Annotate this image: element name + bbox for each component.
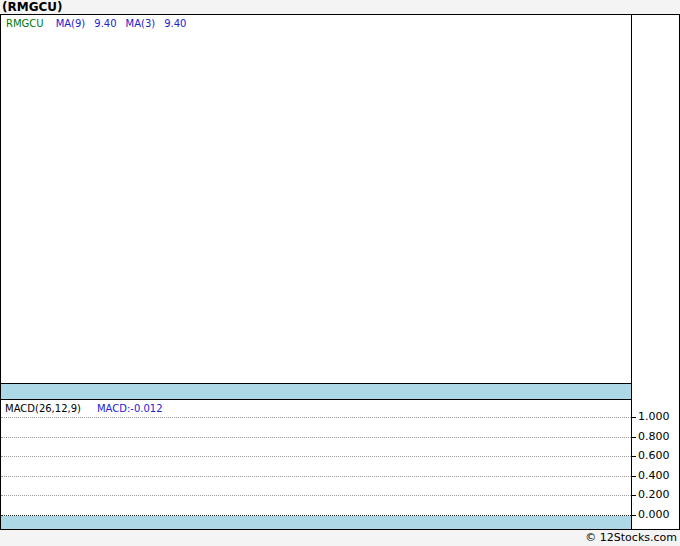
page-title: (RMGCU)	[2, 0, 63, 14]
axis-tick-mark	[632, 456, 636, 457]
macd-legend: MACD(26,12,9)MACD:-0.012	[5, 403, 163, 414]
axis-tick-label: 0.400	[638, 469, 678, 483]
axis-tick-label: 0.600	[638, 449, 678, 463]
axis-tick-mark	[632, 476, 636, 477]
ma9-value: 9.40	[94, 18, 116, 29]
axis-tick-mark	[632, 515, 636, 516]
ma9-label: MA(9)	[56, 18, 86, 29]
gridline-0-200	[1, 495, 631, 496]
axis-tick-label: 0.000	[638, 508, 678, 522]
panel-separator-band	[1, 383, 631, 400]
chart-frame: RMGCUMA(9)9.40MA(3)9.40 MACD(26,12,9)MAC…	[0, 14, 680, 530]
gridline-1-000	[1, 417, 631, 418]
ma3-value: 9.40	[164, 18, 186, 29]
price-chart-panel: RMGCUMA(9)9.40MA(3)9.40	[1, 15, 631, 383]
ticker-symbol-label: RMGCU	[6, 18, 44, 29]
macd-chart-panel: MACD(26,12,9)MACD:-0.012	[1, 400, 631, 529]
copyright-link[interactable]: © 12Stocks.com	[585, 531, 677, 544]
macd-params-label: MACD(26,12,9)	[5, 403, 81, 414]
axis-tick-label: 0.200	[638, 488, 678, 502]
axis-tick-mark	[632, 417, 636, 418]
macd-value-label: MACD:-0.012	[97, 403, 163, 414]
price-chart-legend: RMGCUMA(9)9.40MA(3)9.40	[6, 18, 195, 29]
right-axis-gutter: 1.000 0.800 0.600 0.400 0.200 0.000	[631, 15, 679, 529]
axis-tick-mark	[632, 437, 636, 438]
macd-bottom-band	[1, 516, 631, 529]
stock-chart-page: { "page": { "title": "(RMGCU)", "copyrig…	[0, 0, 680, 546]
gridline-0-600	[1, 456, 631, 457]
ma3-label: MA(3)	[126, 18, 156, 29]
gridline-0-800	[1, 437, 631, 438]
gridline-0-400	[1, 476, 631, 477]
axis-tick-mark	[632, 495, 636, 496]
axis-tick-label: 0.800	[638, 430, 678, 444]
axis-tick-label: 1.000	[638, 410, 678, 424]
